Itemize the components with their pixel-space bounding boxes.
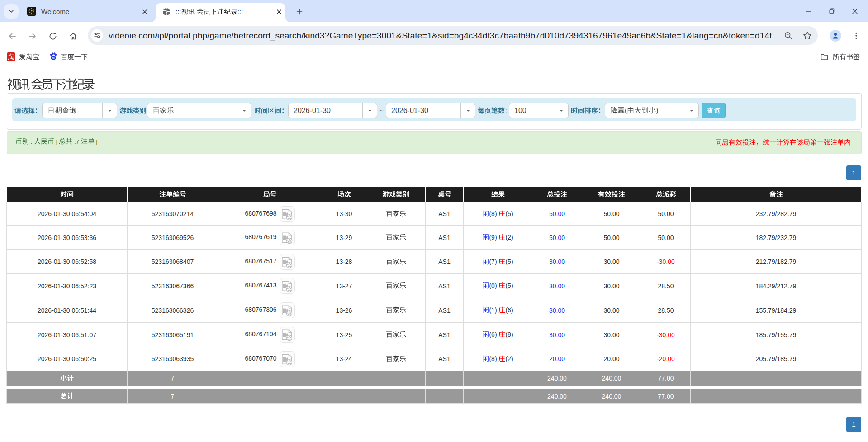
- svg-text:du: du: [52, 56, 55, 60]
